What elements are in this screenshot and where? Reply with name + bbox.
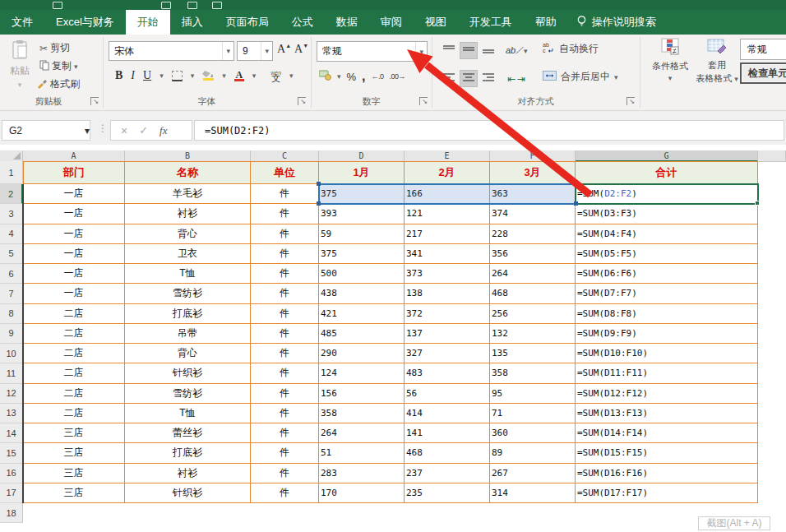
decrease-indent-icon[interactable]: ⇤ <box>507 73 516 85</box>
save-icon[interactable] <box>53 2 62 9</box>
header-cell-C1[interactable]: 单位 <box>251 161 319 184</box>
name-box[interactable]: G2 ▾ <box>2 120 90 141</box>
cell-G9[interactable]: =SUM(D9:F9) <box>576 324 758 344</box>
row-header-17[interactable]: 17 <box>0 483 23 503</box>
cell-G3[interactable]: =SUM(D3:F3) <box>576 204 758 224</box>
clipboard-dialog-launcher-icon[interactable]: ↘ <box>90 97 99 105</box>
cell-C5[interactable]: 件 <box>251 244 319 264</box>
align-bottom-icon[interactable] <box>479 42 497 59</box>
cell-F15[interactable]: 89 <box>490 443 576 463</box>
orientation-icon[interactable]: ab⟋ <box>506 45 522 56</box>
tab-view[interactable]: 视图 <box>414 10 458 35</box>
range-handle-icon[interactable] <box>574 182 578 186</box>
cell-B8[interactable]: 打底衫 <box>125 304 251 324</box>
cell-G17[interactable]: =SUM(D17:F17) <box>576 483 758 503</box>
cell-A15[interactable]: 三店 <box>23 443 125 463</box>
phonetic-dropdown-icon[interactable]: ▾ <box>289 72 294 80</box>
tab-excel-finance[interactable]: Excel与财务 <box>44 10 126 35</box>
row-header-1[interactable]: 1 <box>0 161 23 184</box>
cell-D13[interactable]: 358 <box>319 404 405 423</box>
cell-D11[interactable]: 124 <box>319 363 405 383</box>
cell-D12[interactable]: 156 <box>319 384 405 404</box>
phonetic-guide-icon[interactable]: wén 文 <box>270 70 281 81</box>
column-header-E[interactable]: E <box>405 150 490 162</box>
number-dialog-launcher-icon[interactable]: ↘ <box>419 97 428 105</box>
cell-B14[interactable]: 蕾丝衫 <box>125 423 251 443</box>
cell-B17[interactable]: 针织衫 <box>125 483 251 503</box>
percent-style-button[interactable]: % <box>347 71 357 83</box>
cell-G12[interactable]: =SUM(D12:F12) <box>576 384 758 404</box>
row-header-8[interactable]: 8 <box>0 304 23 324</box>
cell-F3[interactable]: 374 <box>490 204 576 224</box>
cell-G14[interactable]: =SUM(D14:F14) <box>576 423 758 443</box>
shrink-font-button[interactable]: A▼ <box>294 43 308 56</box>
accounting-dropdown-icon[interactable]: ▾ <box>337 72 341 81</box>
cell-E17[interactable]: 235 <box>405 483 490 503</box>
cell-C11[interactable]: 件 <box>251 363 319 383</box>
cell-E14[interactable]: 141 <box>405 423 490 443</box>
cell-C7[interactable]: 件 <box>251 284 319 303</box>
cell-A16[interactable]: 三店 <box>23 464 125 483</box>
font-color-dropdown-icon[interactable]: ▾ <box>252 72 257 80</box>
copy-button[interactable]: 复制▾ <box>39 59 78 73</box>
bold-button[interactable]: B <box>115 69 123 82</box>
cell-A14[interactable]: 三店 <box>23 423 125 443</box>
column-header-C[interactable]: C <box>251 150 319 162</box>
formula-bar-splitter[interactable]: ⋮ <box>98 123 108 134</box>
tab-home[interactable]: 开始 <box>126 10 170 35</box>
format-as-table-button[interactable]: 套用 表格格式 ▾ <box>696 38 738 85</box>
font-color-icon[interactable]: A <box>234 71 244 81</box>
column-header-D[interactable]: D <box>319 150 405 162</box>
cell-D5[interactable]: 375 <box>319 244 405 264</box>
column-header-G[interactable]: G <box>576 150 758 162</box>
row-header-15[interactable]: 15 <box>0 443 23 463</box>
cell-C6[interactable]: 件 <box>251 264 319 284</box>
cell-A4[interactable]: 一店 <box>23 224 125 244</box>
row-header-12[interactable]: 12 <box>0 384 23 404</box>
cell-D4[interactable]: 59 <box>319 224 405 244</box>
cell-G13[interactable]: =SUM(D13:F13) <box>576 404 758 423</box>
cut-button[interactable]: ✂ 剪切 <box>39 41 70 55</box>
worksheet-grid[interactable]: ABCDEFG 123456789101112131415161718 部门名称… <box>0 145 786 532</box>
cell-G6[interactable]: =SUM(D6:F6) <box>576 264 758 284</box>
cell-G5[interactable]: =SUM(D5:F5) <box>576 244 758 264</box>
align-top-icon[interactable] <box>440 42 458 59</box>
cell-B13[interactable]: T恤 <box>125 404 251 423</box>
cell-B11[interactable]: 针织衫 <box>125 363 251 383</box>
tab-file[interactable]: 文件 <box>0 10 44 35</box>
cell-C13[interactable]: 件 <box>251 404 319 423</box>
font-dialog-launcher-icon[interactable]: ↘ <box>298 97 306 105</box>
cell-E9[interactable]: 137 <box>405 324 490 344</box>
cell-C2[interactable]: 件 <box>251 184 319 204</box>
row-header-6[interactable]: 6 <box>0 264 23 284</box>
cell-A7[interactable]: 一店 <box>23 284 125 303</box>
row-header-14[interactable]: 14 <box>0 423 23 443</box>
cell-B5[interactable]: 卫衣 <box>125 244 251 264</box>
cell-F11[interactable]: 358 <box>490 363 576 383</box>
range-handle-icon[interactable] <box>317 201 321 206</box>
row-header-11[interactable]: 11 <box>0 363 23 383</box>
row-header-16[interactable]: 16 <box>0 464 23 483</box>
insert-function-icon[interactable]: fx <box>160 124 167 137</box>
cell-E15[interactable]: 468 <box>405 443 490 463</box>
cell-E3[interactable]: 121 <box>405 204 490 224</box>
cell-B7[interactable]: 雪纺衫 <box>125 284 251 303</box>
cell-D8[interactable]: 421 <box>319 304 405 324</box>
decrease-decimal-icon[interactable]: .00→ <box>390 72 406 81</box>
cell-F7[interactable]: 468 <box>490 284 576 303</box>
increase-indent-icon[interactable]: ⇥ <box>517 73 525 85</box>
tell-me-search[interactable]: 操作说明搜索 <box>568 10 656 35</box>
redo-icon[interactable] <box>212 2 222 9</box>
grow-font-button[interactable]: A▲ <box>277 43 291 56</box>
cell-D17[interactable]: 170 <box>319 483 405 503</box>
column-header-A[interactable]: A <box>23 150 125 162</box>
tab-help[interactable]: 帮助 <box>524 10 568 35</box>
cell-E12[interactable]: 56 <box>405 384 490 404</box>
cell-E13[interactable]: 414 <box>405 404 490 423</box>
cell-F8[interactable]: 256 <box>490 304 576 324</box>
header-cell-E1[interactable]: 2月 <box>405 161 490 184</box>
cell-D15[interactable]: 51 <box>319 443 405 463</box>
italic-button[interactable]: I <box>131 69 135 82</box>
cell-G15[interactable]: =SUM(D15:F15) <box>576 443 758 463</box>
alignment-dialog-launcher-icon[interactable]: ↘ <box>626 97 635 105</box>
